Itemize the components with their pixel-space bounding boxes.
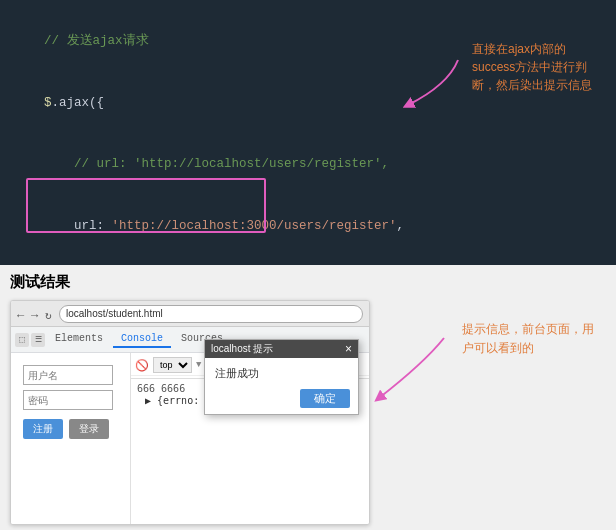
browser-container[interactable]: ← → ↻ ⬚ ☰ Elements Console Sources [10,300,370,525]
browser-toolbar: ← → ↻ [11,301,369,327]
alert-buttons: 确定 [205,385,358,414]
refresh-button[interactable]: ↻ [45,309,55,319]
login-button[interactable]: 登录 [69,419,109,439]
lower-annotation-arrow [364,333,464,413]
alert-ok-button[interactable]: 确定 [300,389,350,408]
code-section: // 发送ajax请求 $.ajax({ // url: 'http://loc… [0,0,616,265]
code-url-comment: // url: 'http://localhost/users/register… [14,134,602,196]
form-buttons: 注册 登录 [23,419,118,439]
tab-elements[interactable]: Elements [47,331,111,348]
cursor-icon[interactable]: ⬚ [15,333,29,347]
test-result-label: 测试结果 [10,273,70,292]
url-bar[interactable] [59,305,363,323]
code-url: url: 'http://localhost:3000/users/regist… [14,196,602,258]
alert-title: localhost 提示 [211,342,273,356]
layers-icon[interactable]: ☰ [31,333,45,347]
alert-message: 注册成功 [215,367,259,379]
login-form: 注册 登录 [15,357,126,447]
username-input[interactable] [23,365,113,385]
form-area: 注册 登录 [11,353,131,524]
annotation-right: 直接在ajax内部的success方法中进行判断，然后染出提示信息 [472,40,602,94]
filter-icon: ▼ [196,360,201,370]
console-filter-select[interactable]: top [153,357,192,373]
alert-header: localhost 提示 × [205,340,358,358]
forward-button[interactable]: → [31,309,41,319]
password-input[interactable] [23,390,113,410]
alert-close-icon[interactable]: × [345,342,352,356]
alert-dialog[interactable]: localhost 提示 × 注册成功 确定 [204,339,359,415]
console-clear-icon[interactable]: 🚫 [135,359,149,372]
lower-section: 测试结果 ← → ↻ ⬚ ☰ Elements Console Sources [0,265,616,530]
back-button[interactable]: ← [17,309,27,319]
tab-console[interactable]: Console [113,331,171,348]
lower-annotation: 提示信息，前台页面，用户可以看到的 [462,320,602,358]
alert-body: 注册成功 [205,358,358,385]
register-button[interactable]: 注册 [23,419,63,439]
